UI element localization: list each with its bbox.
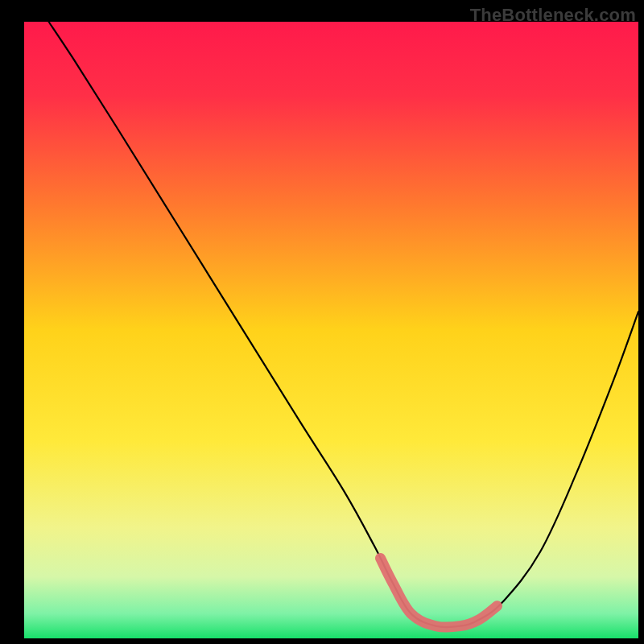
chart-frame: TheBottleneck.com <box>0 0 644 644</box>
watermark-text: TheBottleneck.com <box>470 5 636 26</box>
plot-background <box>24 22 638 638</box>
bottleneck-chart <box>0 0 644 644</box>
